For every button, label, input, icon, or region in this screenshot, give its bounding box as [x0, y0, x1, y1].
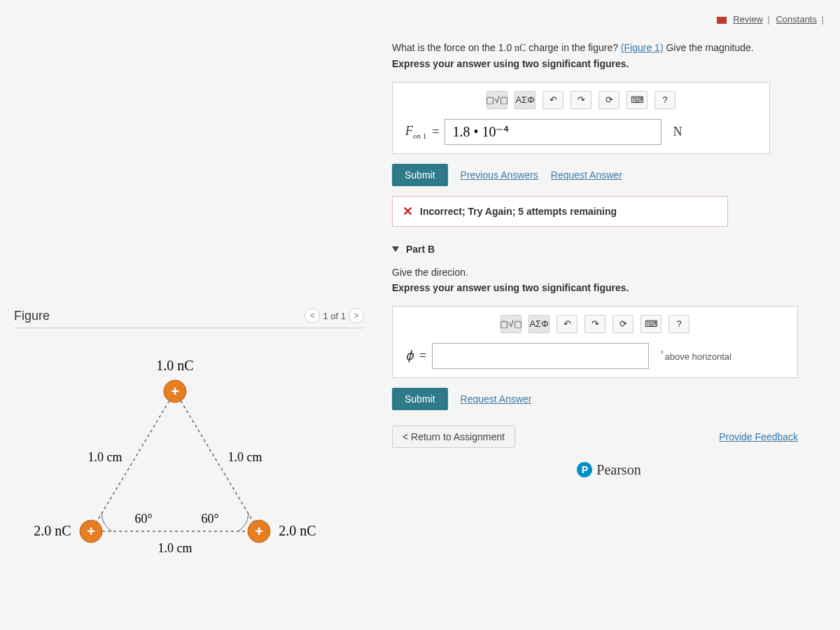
provide-feedback-link[interactable]: Provide Feedback	[719, 431, 798, 442]
part-a-unit: N	[673, 125, 682, 139]
reset-button[interactable]: ⟳	[598, 91, 620, 109]
right-angle-label: 60°	[201, 512, 218, 526]
svg-text:+: +	[255, 524, 263, 539]
keyboard-button[interactable]: ⌨	[626, 91, 648, 109]
keyboard-button-b[interactable]: ⌨	[640, 315, 662, 333]
templates-button[interactable]: ▢√▢	[486, 91, 507, 109]
part-a-answerbox: ▢√▢ ΑΣΦ ↶ ↷ ⟳ ⌨ ? Fon 1 = N	[392, 82, 770, 154]
greek-button-b[interactable]: ΑΣΦ	[528, 315, 550, 333]
pearson-icon: P	[577, 462, 592, 477]
incorrect-icon: ✕	[402, 204, 413, 219]
redo-button-b[interactable]: ↷	[584, 315, 606, 333]
figure-link[interactable]: (Figure 1)	[621, 42, 664, 53]
figure-title: Figure	[14, 309, 50, 323]
help-button-b[interactable]: ?	[668, 315, 690, 333]
undo-button-b[interactable]: ↶	[556, 315, 578, 333]
collapse-icon	[392, 246, 399, 252]
part-b-unit: °above horizontal	[660, 349, 732, 362]
pearson-brand: P Pearson	[392, 462, 826, 478]
part-b-toolbar: ▢√▢ ΑΣΦ ↶ ↷ ⟳ ⌨ ?	[401, 315, 789, 333]
part-b-header: Part B	[406, 244, 435, 255]
part-a-submit-row: Submit Previous Answers Request Answer	[392, 164, 826, 186]
figure-next-button[interactable]: >	[349, 308, 364, 323]
figure-page-label: 1 of 1	[323, 311, 346, 321]
help-button[interactable]: ?	[654, 91, 676, 109]
top-links: Review | Constants |	[392, 14, 826, 24]
part-b-submit-row: Submit Request Answer	[392, 388, 826, 410]
review-link[interactable]: Review	[733, 14, 763, 24]
part-b-answerline: ϕ = °above horizontal	[401, 343, 789, 369]
part-b-toggle[interactable]: Part B	[392, 244, 826, 255]
right-side-label: 1.0 cm	[228, 450, 262, 464]
figure-prev-button[interactable]: <	[304, 308, 320, 323]
part-b-submit-button[interactable]: Submit	[392, 388, 448, 410]
part-a-submit-button[interactable]: Submit	[392, 164, 448, 186]
reset-button-b[interactable]: ⟳	[612, 315, 634, 333]
part-a-value-input[interactable]	[444, 119, 662, 145]
top-charge-label: 1.0 nC	[156, 358, 193, 373]
left-charge-label: 2.0 nC	[34, 523, 71, 538]
part-a-question: What is the force on the 1.0 nC charge i…	[392, 40, 826, 72]
left-side-label: 1.0 cm	[88, 450, 122, 464]
part-b-request-answer-link[interactable]: Request Answer	[461, 393, 532, 405]
templates-button-b[interactable]: ▢√▢	[500, 315, 522, 333]
part-b-answerbox: ▢√▢ ΑΣΦ ↶ ↷ ⟳ ⌨ ? ϕ = °above horizontal	[392, 306, 798, 378]
return-button[interactable]: < Return to Assignment	[392, 426, 515, 448]
feedback-text: Incorrect; Try Again; 5 attempts remaini…	[420, 206, 617, 217]
part-a-answerline: Fon 1 = N	[401, 119, 761, 145]
svg-text:+: +	[87, 524, 95, 539]
svg-text:+: +	[171, 384, 179, 399]
part-b-instruction: Express your answer using two significan…	[392, 282, 629, 293]
part-a-request-answer-link[interactable]: Request Answer	[551, 169, 622, 181]
part-b-value-input[interactable]	[432, 343, 649, 369]
greek-button[interactable]: ΑΣΦ	[514, 91, 536, 109]
bottom-side-label: 1.0 cm	[158, 541, 192, 555]
previous-answers-link[interactable]: Previous Answers	[461, 169, 538, 181]
figure-pager: < 1 of 1 >	[304, 308, 364, 323]
figure-diagram: + + + 1.0 nC 2.0 nC 2.0 nC 1.0 cm 1.0 cm…	[14, 349, 364, 616]
part-a-feedback: ✕ Incorrect; Try Again; 5 attempts remai…	[392, 196, 728, 227]
part-a-toolbar: ▢√▢ ΑΣΦ ↶ ↷ ⟳ ⌨ ?	[401, 91, 761, 109]
constants-link[interactable]: Constants	[776, 14, 817, 24]
part-a-instruction: Express your answer using two significan…	[392, 58, 629, 69]
redo-button[interactable]: ↷	[570, 91, 592, 109]
undo-button[interactable]: ↶	[542, 91, 564, 109]
flag-icon	[717, 17, 727, 24]
part-b-question: Give the direcion. Express your answer u…	[392, 265, 826, 296]
left-angle-label: 60°	[134, 512, 152, 526]
right-charge-label: 2.0 nC	[279, 523, 316, 538]
